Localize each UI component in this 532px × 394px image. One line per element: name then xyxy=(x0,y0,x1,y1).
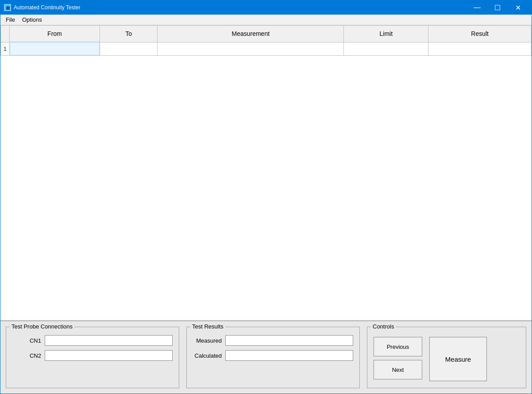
cn2-row: CN2 xyxy=(12,350,173,361)
cn2-label: CN2 xyxy=(12,352,41,359)
col-limit: Limit xyxy=(344,26,428,42)
probe-fields: CN1 CN2 xyxy=(12,335,173,361)
calculated-input[interactable] xyxy=(225,350,353,361)
col-measurement: Measurement xyxy=(158,26,344,42)
cell-result-1[interactable] xyxy=(428,42,532,55)
nav-buttons: Previous Next xyxy=(374,337,422,381)
col-result: Result xyxy=(428,26,532,42)
measure-button[interactable]: Measure xyxy=(429,337,487,381)
window-title: Automated Continuity Tester xyxy=(14,4,467,11)
cn1-input[interactable] xyxy=(45,335,173,346)
cell-limit-1[interactable] xyxy=(344,42,428,55)
calculated-label: Calculated xyxy=(193,352,222,359)
measured-label: Measured xyxy=(193,337,222,344)
controls-inner: Previous Next Measure xyxy=(374,337,520,381)
controls-group-label: Controls xyxy=(371,323,396,330)
previous-button[interactable]: Previous xyxy=(374,337,422,356)
data-table: From To Measurement Limit Result 1 xyxy=(0,25,532,56)
controls-group: Controls Previous Next Measure xyxy=(367,327,526,388)
cell-from-1[interactable] xyxy=(10,42,100,55)
cell-measurement-1[interactable] xyxy=(158,42,344,55)
next-button[interactable]: Next xyxy=(374,360,422,379)
table-row: 1 xyxy=(1,42,532,55)
measured-input[interactable] xyxy=(225,335,353,346)
main-window: ▣ Automated Continuity Tester — ☐ ✕ File… xyxy=(0,0,532,394)
close-button[interactable]: ✕ xyxy=(508,0,528,15)
minimize-button[interactable]: — xyxy=(467,0,487,15)
measured-row: Measured xyxy=(193,335,353,346)
calculated-row: Calculated xyxy=(193,350,353,361)
cn1-label: CN1 xyxy=(12,337,41,344)
probe-connections-group: Test Probe Connections CN1 CN2 xyxy=(6,327,179,388)
main-content: From To Measurement Limit Result 1 xyxy=(0,25,532,394)
cell-to-1[interactable] xyxy=(100,42,157,55)
title-bar: ▣ Automated Continuity Tester — ☐ ✕ xyxy=(0,0,532,15)
menu-file[interactable]: File xyxy=(2,15,19,24)
app-icon: ▣ xyxy=(4,4,11,11)
col-to: To xyxy=(100,26,157,42)
cn2-input[interactable] xyxy=(45,350,173,361)
menu-options[interactable]: Options xyxy=(19,15,46,24)
cn1-row: CN1 xyxy=(12,335,173,346)
bottom-panel: Test Probe Connections CN1 CN2 Test Resu… xyxy=(0,321,532,394)
window-controls: — ☐ ✕ xyxy=(467,0,528,15)
results-group-label: Test Results xyxy=(190,323,225,330)
maximize-button[interactable]: ☐ xyxy=(487,0,508,15)
probe-group-label: Test Probe Connections xyxy=(10,323,74,330)
row-number: 1 xyxy=(1,42,10,55)
col-from: From xyxy=(10,26,100,42)
test-results-group: Test Results Measured Calculated xyxy=(186,327,360,388)
results-fields: Measured Calculated xyxy=(193,335,353,361)
data-table-container: From To Measurement Limit Result 1 xyxy=(0,25,532,321)
menu-bar: File Options xyxy=(0,15,532,25)
